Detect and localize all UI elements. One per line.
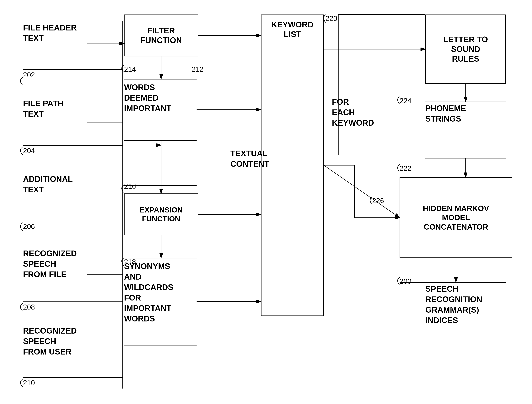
speech-recognition-label: SPEECHRECOGNITIONGRAMMAR(S)INDICES [425, 284, 482, 326]
ref-222: 222 [399, 164, 411, 173]
connector-file-header [87, 44, 122, 44]
connector-recognized-user [87, 350, 122, 350]
recognized-speech-file-label: RECOGNIZEDSPEECHFROM FILE [23, 248, 77, 280]
ref-220: 220 [325, 14, 337, 23]
ref-204: 204 [23, 147, 35, 155]
ref-216: 216 [124, 182, 136, 190]
textual-content-label: TEXTUALCONTENT [230, 148, 269, 169]
hidden-markov-box: HIDDEN MARKOVMODELCONCATENATOR [399, 177, 512, 258]
file-path-text-label: FILE PATHTEXT [23, 98, 63, 119]
phoneme-strings-label: PHONEMESTRINGS [425, 103, 466, 124]
connector-recognized-file [87, 274, 122, 275]
ref-210: 210 [23, 379, 35, 387]
ref-202: 202 [23, 71, 35, 79]
ref-208: 208 [23, 303, 35, 311]
connector-file-path [87, 122, 122, 123]
ref-226: 226 [372, 197, 384, 205]
ref-200: 200 [399, 277, 411, 285]
synonyms-label: SYNONYMSANDWILDCARDSFORIMPORTANTWORDS [124, 261, 173, 324]
recognized-speech-user-label: RECOGNIZEDSPEECHFROM USER [23, 326, 77, 357]
expansion-function-box: EXPANSIONFUNCTION [124, 193, 198, 235]
left-bracket-line [122, 21, 123, 389]
ref-214: 214 [124, 65, 136, 73]
ref-224: 224 [399, 97, 411, 105]
ref-218: 218 [124, 258, 136, 266]
letter-to-sound-box: LETTER TOSOUNDRULES [425, 14, 506, 84]
ref-206: 206 [23, 223, 35, 231]
connector-additional [87, 197, 122, 197]
file-header-text-label: FILE HEADERTEXT [23, 23, 77, 44]
for-each-keyword-label: FOREACHKEYWORD [332, 97, 374, 128]
svg-line-10 [324, 165, 399, 218]
filter-function-box: FILTERFUNCTION [124, 14, 198, 56]
ref-212: 212 [192, 65, 203, 73]
additional-text-label: ADDITIONALTEXT [23, 174, 73, 195]
words-deemed-label: WORDSDEEMEDIMPORTANT [124, 82, 171, 114]
keyword-list-box: KEYWORDLIST [261, 14, 324, 316]
